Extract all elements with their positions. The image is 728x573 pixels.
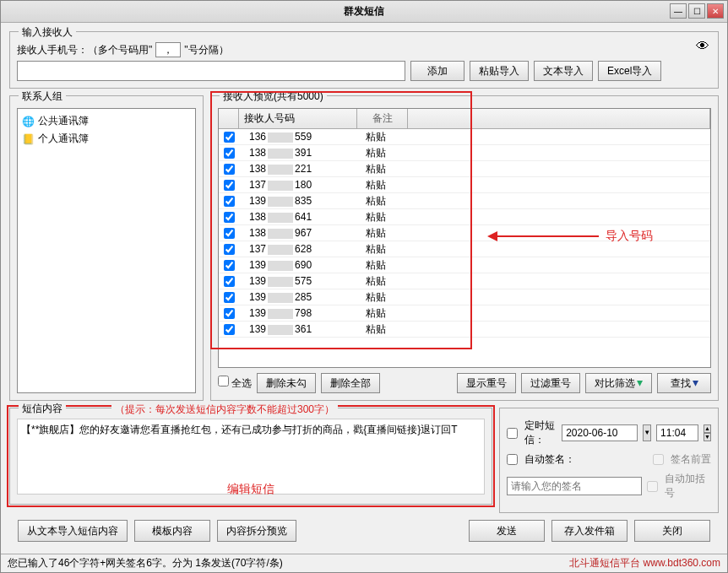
search-button[interactable]: 查找▾	[657, 373, 711, 393]
text-import-button[interactable]: 文本导入	[534, 61, 593, 81]
person-icon: 📒	[21, 132, 35, 146]
table-row[interactable]: 138391粘贴	[219, 145, 710, 161]
table-row[interactable]: 138221粘贴	[219, 161, 710, 177]
row-number: 139285	[239, 291, 357, 303]
close-button[interactable]: ✕	[707, 3, 724, 19]
row-checkbox[interactable]	[224, 132, 235, 143]
delete-all-button[interactable]: 删除全部	[321, 373, 380, 393]
tree-item-label: 个人通讯簿	[38, 132, 89, 146]
table-row[interactable]: 139798粘贴	[219, 305, 710, 322]
row-number: 138967	[239, 227, 357, 239]
row-checkbox[interactable]	[224, 324, 235, 335]
row-checkbox[interactable]	[224, 228, 235, 239]
table-row[interactable]: 139575粘贴	[219, 273, 710, 289]
close-dialog-button[interactable]: 关闭	[634, 520, 710, 542]
table-row[interactable]: 137628粘贴	[219, 241, 710, 257]
row-checkbox[interactable]	[224, 308, 235, 319]
split-preview-button[interactable]: 内容拆分预览	[217, 520, 296, 542]
eye-icon[interactable]: 👁	[696, 39, 709, 54]
dropdown-icon[interactable]: ▼	[643, 424, 651, 441]
sms-hint: （提示：每次发送短信内容字数不能超过300字）	[111, 403, 338, 417]
row-checkbox[interactable]	[224, 260, 235, 271]
row-number: 138641	[239, 211, 357, 223]
table-row[interactable]: 139361粘贴	[219, 322, 710, 338]
timed-sms-label: 定时短信：	[524, 419, 557, 447]
recipient-table: ▲ 接收人号码 备注 136559粘贴138391粘贴138221粘贴13718…	[218, 108, 711, 368]
row-checkbox[interactable]	[224, 164, 235, 175]
row-checkbox[interactable]	[224, 276, 235, 287]
tree-item-label: 公共通讯簿	[38, 114, 89, 128]
row-number: 137180	[239, 179, 357, 191]
time-spinner[interactable]: ▲▼	[704, 424, 711, 441]
table-row[interactable]: 139835粘贴	[219, 193, 710, 209]
filter-dup-button[interactable]: 过滤重号	[521, 373, 580, 393]
row-remark: 粘贴	[357, 290, 408, 305]
date-input[interactable]	[562, 424, 638, 441]
recipient-input-group: 输入接收人 👁 接收人手机号：（多个号码用" "号分隔） 添加 粘贴导入 文本导…	[9, 31, 719, 89]
send-button[interactable]: 发送	[469, 520, 545, 542]
auto-bracket-label: 自动加括号	[665, 472, 711, 500]
template-button[interactable]: 模板内容	[134, 520, 210, 542]
globe-icon: 🌐	[21, 115, 35, 128]
preview-legend: 接收人预览(共有5000)	[220, 89, 327, 104]
row-checkbox[interactable]	[224, 180, 235, 191]
row-number: 139798	[239, 307, 357, 319]
contacts-legend: 联系人组	[19, 89, 66, 104]
row-checkbox[interactable]	[224, 148, 235, 159]
recipient-phone-input[interactable]	[17, 61, 405, 81]
row-checkbox[interactable]	[224, 212, 235, 223]
auto-sign-checkbox[interactable]	[507, 454, 518, 465]
add-button[interactable]: 添加	[410, 61, 465, 81]
row-remark: 粘贴	[357, 274, 408, 289]
chevron-down-icon: ▾	[637, 376, 643, 389]
sign-prefix-checkbox	[653, 454, 664, 465]
status-text: 您已输入了46个字符+网关签名6字。分为 1条发送(70字符/条)	[8, 556, 283, 570]
maximize-button[interactable]: ☐	[688, 3, 705, 19]
col-remark: 备注	[357, 109, 408, 128]
table-row[interactable]: 139690粘贴	[219, 257, 710, 273]
save-outbox-button[interactable]: 存入发件箱	[551, 520, 627, 542]
row-remark: 粘贴	[357, 178, 408, 192]
col-number: 接收人号码	[239, 109, 357, 128]
row-remark: 粘贴	[357, 162, 408, 176]
excel-import-button[interactable]: Excel导入	[598, 61, 661, 81]
row-number: 136559	[239, 131, 357, 143]
sign-prefix-label: 签名前置	[671, 452, 711, 467]
row-remark: 粘贴	[357, 210, 408, 224]
brand-name: 北斗通短信平台	[569, 557, 640, 569]
auto-bracket-checkbox	[647, 481, 658, 492]
tree-item[interactable]: 📒个人通讯簿	[21, 130, 192, 148]
minimize-button[interactable]: —	[670, 3, 687, 19]
select-all-checkbox[interactable]: 全选	[218, 376, 252, 391]
timed-sms-checkbox[interactable]	[507, 428, 518, 439]
paste-import-button[interactable]: 粘贴导入	[470, 61, 529, 81]
row-number: 139575	[239, 275, 357, 287]
row-checkbox[interactable]	[224, 196, 235, 207]
row-remark: 粘贴	[357, 146, 408, 160]
tree-item[interactable]: 🌐公共通讯簿	[21, 112, 192, 130]
row-number: 138391	[239, 147, 357, 159]
table-row[interactable]: 138641粘贴	[219, 209, 710, 225]
table-row[interactable]: 137180粘贴	[219, 177, 710, 193]
row-checkbox[interactable]	[224, 292, 235, 303]
edit-sms-annotation: 编辑短信	[227, 482, 274, 497]
show-dup-button[interactable]: 显示重号	[457, 373, 516, 393]
brand-url: www.bdt360.com	[644, 557, 720, 569]
signature-input[interactable]	[507, 477, 642, 495]
separator-input[interactable]	[155, 42, 181, 57]
row-remark: 粘贴	[357, 194, 408, 208]
col-checkbox	[219, 109, 239, 128]
row-remark: 粘贴	[357, 258, 408, 273]
titlebar: 群发短信 — ☐ ✕	[1, 1, 727, 23]
recipient-label-prefix: 接收人手机号：（多个号码用"	[17, 43, 152, 57]
time-input[interactable]	[656, 424, 698, 441]
row-number: 139690	[239, 259, 357, 271]
row-checkbox[interactable]	[224, 244, 235, 255]
delete-unchecked-button[interactable]: 删除未勾	[257, 373, 316, 393]
table-row[interactable]: 139285粘贴	[219, 289, 710, 305]
compare-filter-button[interactable]: 对比筛选▾	[585, 373, 652, 393]
table-row[interactable]: 138967粘贴	[219, 225, 710, 241]
sms-options-group: 定时短信： ▼ ▲▼ 自动签名： 签名前置	[499, 408, 719, 513]
import-text-sms-button[interactable]: 从文本导入短信内容	[18, 520, 128, 542]
table-row[interactable]: 136559粘贴	[219, 129, 710, 145]
